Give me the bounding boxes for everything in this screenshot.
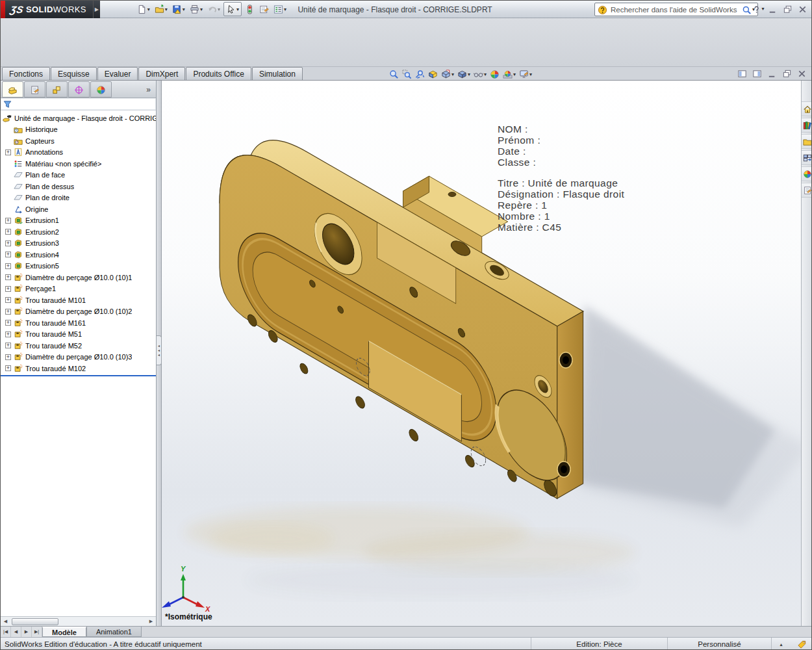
- tree-item-extrusion5[interactable]: +Extrusion5: [1, 261, 156, 272]
- search-icon[interactable]: [742, 4, 752, 16]
- dropdown-arrow[interactable]: ▾: [451, 72, 454, 77]
- help-search-input[interactable]: Rechercher dans l'aide de SolidWorks ▾: [594, 3, 758, 16]
- window-close-button[interactable]: [796, 3, 809, 15]
- panel-collapse-handle[interactable]: ◂◂◂: [157, 335, 162, 365]
- window-minimize-button[interactable]: [767, 3, 779, 15]
- print-button[interactable]: ▾: [188, 2, 204, 16]
- tree-item-diametre-du-percage-10-0-10-3[interactable]: +Diamètre du perçage Ø10.0 (10)3: [1, 352, 156, 363]
- tree-item-origine[interactable]: Origine: [1, 203, 156, 215]
- scroll-left-arrow[interactable]: ◀: [1, 617, 10, 626]
- dropdown-arrow[interactable]: ▾: [529, 72, 532, 77]
- panel-tabs-overflow[interactable]: »: [142, 81, 155, 98]
- expand-toggle[interactable]: +: [5, 252, 11, 257]
- taskpane-view-palette-button[interactable]: [802, 150, 812, 165]
- dropdown-arrow[interactable]: ▾: [165, 6, 168, 12]
- doc-close-button[interactable]: [796, 68, 807, 78]
- tab-esquisse[interactable]: Esquisse: [51, 67, 97, 81]
- tab-modele[interactable]: Modèle: [42, 627, 86, 637]
- tree-item-materiau-non-specifie[interactable]: Matériau <non spécifié>: [1, 158, 156, 170]
- expand-toggle[interactable]: +: [5, 274, 11, 280]
- tree-item-extrusion2[interactable]: +Extrusion2: [1, 226, 156, 238]
- tree-item-historique[interactable]: Historique: [1, 124, 156, 136]
- tree-filter-row[interactable]: [1, 98, 156, 110]
- dropdown-arrow[interactable]: ▾: [762, 6, 765, 12]
- tree-item-root[interactable]: Unité de marquage - Flasque droit - CORR…: [1, 112, 156, 124]
- dropdown-arrow[interactable]: ▾: [218, 6, 220, 12]
- status-custom-toolbar[interactable]: Personnalisé: [667, 638, 771, 650]
- undo-button[interactable]: ▾: [206, 2, 222, 16]
- expand-toggle[interactable]: +: [5, 365, 11, 371]
- select-button[interactable]: ▾: [223, 2, 242, 16]
- tree-item-plan-de-dessus[interactable]: Plan de dessus: [1, 181, 156, 192]
- tree-item-diametre-du-percage-10-0-10-1[interactable]: +Diamètre du perçage Ø10.0 (10)1: [1, 272, 156, 283]
- tab-produits-office[interactable]: Produits Office: [186, 67, 251, 81]
- tab-nav-last[interactable]: ▶|: [32, 627, 42, 637]
- dropdown-arrow[interactable]: ▾: [284, 6, 286, 12]
- tree-item-capteurs[interactable]: Capteurs: [1, 135, 156, 147]
- panel-tab-dimxpertmanager[interactable]: [68, 81, 90, 98]
- expand-toggle[interactable]: +: [5, 263, 11, 269]
- tree-item-trou-taraude-m102[interactable]: +Trou taraudé M102: [1, 363, 156, 374]
- expand-toggle[interactable]: +: [5, 150, 11, 155]
- tab-nav-prev[interactable]: ◀: [11, 627, 21, 637]
- save-button[interactable]: ▾: [171, 2, 186, 16]
- expand-toggle[interactable]: +: [5, 320, 11, 326]
- menu-expand-arrow[interactable]: ▶: [93, 1, 100, 18]
- scrollbar-thumb[interactable]: [12, 618, 58, 625]
- dropdown-arrow[interactable]: ▾: [183, 6, 185, 12]
- expand-toggle[interactable]: +: [5, 229, 11, 235]
- tree-item-diametre-du-percage-10-0-10-2[interactable]: +Diamètre du perçage Ø10.0 (10)2: [1, 306, 156, 318]
- tab-evaluer[interactable]: Evaluer: [97, 67, 138, 81]
- expand-toggle[interactable]: +: [5, 309, 11, 315]
- tree-item-extrusion4[interactable]: +Extrusion4: [1, 249, 156, 261]
- rebuild-traffic-light-button[interactable]: [244, 2, 256, 16]
- scroll-right-arrow[interactable]: ▶: [146, 617, 156, 626]
- dropdown-arrow[interactable]: ▾: [147, 6, 150, 12]
- section-view-button[interactable]: [428, 68, 438, 80]
- expand-toggle[interactable]: +: [5, 297, 11, 303]
- dropdown-arrow[interactable]: ▾: [513, 72, 516, 77]
- doc-pane-left-button[interactable]: [737, 68, 748, 78]
- open-button[interactable]: ▾: [153, 2, 169, 16]
- tab-nav-next[interactable]: ▶: [21, 627, 32, 637]
- panel-tab-propertymanager[interactable]: [24, 81, 45, 98]
- display-style-button[interactable]: ▾: [457, 68, 470, 80]
- tree-horizontal-scrollbar[interactable]: ◀ ▶: [1, 616, 156, 626]
- options-button[interactable]: ▾: [272, 2, 288, 16]
- tree-item-extrusion3[interactable]: +Extrusion3: [1, 238, 156, 250]
- expand-toggle[interactable]: +: [5, 218, 11, 224]
- zoom-area-button[interactable]: [402, 68, 412, 80]
- new-document-button[interactable]: ▾: [136, 2, 151, 16]
- tree-item-plan-de-droite[interactable]: Plan de droite: [1, 192, 156, 204]
- hide-show-items-button[interactable]: ▾: [474, 68, 487, 80]
- apply-scene-button[interactable]: ▾: [503, 68, 516, 80]
- tree-item-extrusion1[interactable]: +Extrusion1: [1, 215, 156, 227]
- expand-toggle[interactable]: +: [5, 332, 11, 337]
- taskpane-file-explorer-button[interactable]: [802, 134, 812, 149]
- dropdown-arrow[interactable]: ▾: [484, 72, 487, 77]
- tab-simulation[interactable]: Simulation: [252, 67, 303, 81]
- tree-item-trou-taraude-m101[interactable]: +Trou taraudé M101: [1, 294, 156, 306]
- panel-tab-featuremanager[interactable]: [2, 81, 23, 98]
- tab-fonctions[interactable]: Fonctions: [2, 67, 50, 81]
- graphics-viewport[interactable]: Y X Z NOM :Prénom :Date :Classe : Titre …: [162, 81, 801, 626]
- rollback-bar[interactable]: [1, 375, 156, 376]
- expand-toggle[interactable]: +: [5, 343, 11, 348]
- taskpane-custom-properties-button[interactable]: [802, 183, 812, 198]
- edit-appearance-button[interactable]: [490, 68, 500, 80]
- window-restore-button[interactable]: [781, 3, 794, 15]
- expand-toggle[interactable]: +: [5, 354, 11, 360]
- doc-pane-right-button[interactable]: [752, 68, 763, 78]
- panel-tab-configurationmanager[interactable]: [46, 81, 68, 98]
- tab-nav-first[interactable]: |◀: [1, 627, 11, 637]
- taskpane-design-library-button[interactable]: [802, 118, 812, 133]
- zoom-flyby-button[interactable]: [415, 68, 425, 80]
- tab-animation1[interactable]: Animation1: [86, 627, 142, 637]
- tag-icon[interactable]: [791, 638, 812, 650]
- tree-item-annotations[interactable]: +Annotations: [1, 147, 156, 159]
- taskpane-appearances-button[interactable]: [802, 166, 812, 181]
- expand-toggle[interactable]: +: [5, 286, 11, 292]
- doc-minimize-button[interactable]: [767, 68, 778, 78]
- view-orientation-button[interactable]: ▾: [441, 68, 454, 80]
- file-properties-button[interactable]: [258, 2, 270, 16]
